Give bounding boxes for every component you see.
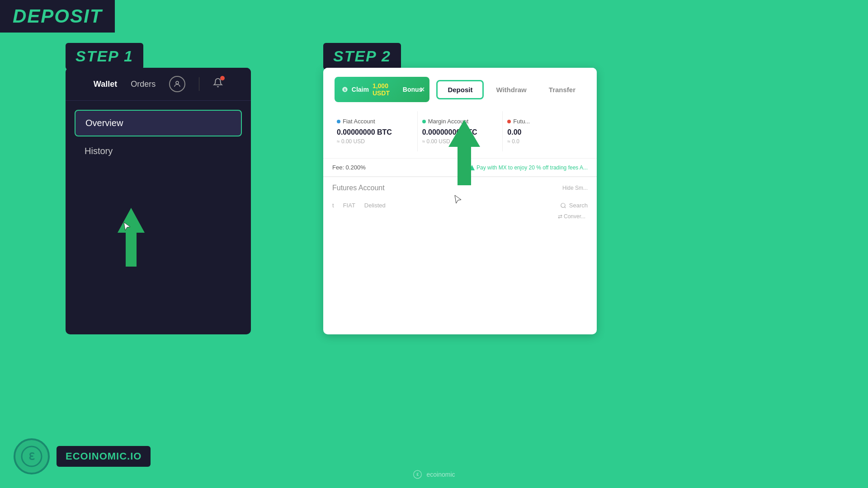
step1-navbar: Wallet Orders [66,68,251,101]
svg-line-6 [565,206,566,208]
notification-dot [220,76,225,80]
step2-window: $ Claim 1,000 USDT Bonus ✕ Deposit Withd… [323,68,597,334]
fiat-balance: 0.00000000 BTC [337,128,413,136]
menu-history[interactable]: History [75,139,242,164]
nav-divider [199,77,199,91]
bell-icon[interactable] [213,78,223,90]
watermark-text: ecoinomic [426,471,455,478]
step2-top-bar: $ Claim 1,000 USDT Bonus ✕ Deposit Withd… [323,68,597,111]
futures-dot [507,120,511,123]
arrow-step1 [115,208,147,267]
svg-text:Ɛ: Ɛ [28,451,35,462]
search-box[interactable]: Search [560,202,588,209]
ecoinomic-branding: Ɛ ECOINOMIC.IO [14,438,151,474]
close-banner-button[interactable]: ✕ [420,86,425,93]
claim-banner[interactable]: $ Claim 1,000 USDT Bonus ✕ [335,77,429,102]
futures-account-card-partial: Futu... 0.00 ≈ 0.0 [502,111,588,151]
step2-badge: STEP 2 [323,43,401,70]
svg-marker-7 [448,120,480,185]
filter-tabs: t FIAT Delisted [332,202,386,209]
futures-account-label-partial: Futu... [507,118,583,125]
mx-promo[interactable]: Pay with MX to enjoy 20 % off trading fe… [469,164,588,171]
svg-marker-1 [118,208,145,267]
deposit-label: DEPOSIT [0,0,115,33]
search-label: Search [569,202,588,209]
svg-text:$: $ [344,88,346,92]
nav-wallet[interactable]: Wallet [94,80,117,89]
fiat-account-label: Fiat Account [337,118,413,125]
futures-usd-partial: ≈ 0.0 [507,138,583,145]
futures-label-text: Futu... [513,118,530,125]
hide-sm-button[interactable]: Hide Sm... [562,185,588,191]
step1-menu: Overview History [66,101,251,173]
tab-withdraw[interactable]: Withdraw [486,81,536,98]
step1-window: Wallet Orders Overview History [66,68,251,334]
fiat-dot [337,120,340,123]
tab-deposit[interactable]: Deposit [436,80,484,99]
claim-highlight: 1,000 USDT [373,82,399,97]
step1-badge: STEP 1 [66,43,143,70]
center-watermark: Ɛ ecoinomic [413,470,455,479]
svg-point-0 [176,81,179,84]
filter-tab-all[interactable]: t [332,202,334,209]
svg-point-5 [561,203,565,207]
fee-label: Fee: 0.200% [332,164,366,171]
search-filter-row: t FIAT Delisted Search [332,197,588,213]
tab-buttons: Deposit Withdraw Transfer [436,80,585,99]
margin-dot [422,120,426,123]
futures-balance-partial: 0.00 [507,128,583,136]
claim-text-static: Claim [352,86,369,93]
fiat-account-card: Fiat Account 0.00000000 BTC ≈ 0.00 USD [332,111,417,151]
logo-text: ECOINOMIC.IO [57,446,151,467]
arrow-step2 [446,120,482,185]
tab-transfer[interactable]: Transfer [539,81,585,98]
filter-tab-delisted[interactable]: Delisted [364,202,386,209]
menu-overview[interactable]: Overview [75,110,242,136]
logo-circle: Ɛ [14,438,50,474]
fiat-usd: ≈ 0.00 USD [337,138,413,145]
mx-promo-text: Pay with MX to enjoy 20 % off trading fe… [476,164,588,171]
futures-section-title: Futures Account [332,184,385,192]
filter-tab-fiat[interactable]: FIAT [343,202,355,209]
convert-link[interactable]: ⇄ Conver... [332,213,588,220]
nav-orders[interactable]: Orders [131,80,156,89]
user-icon[interactable] [169,76,185,92]
svg-text:Ɛ: Ɛ [416,473,419,477]
